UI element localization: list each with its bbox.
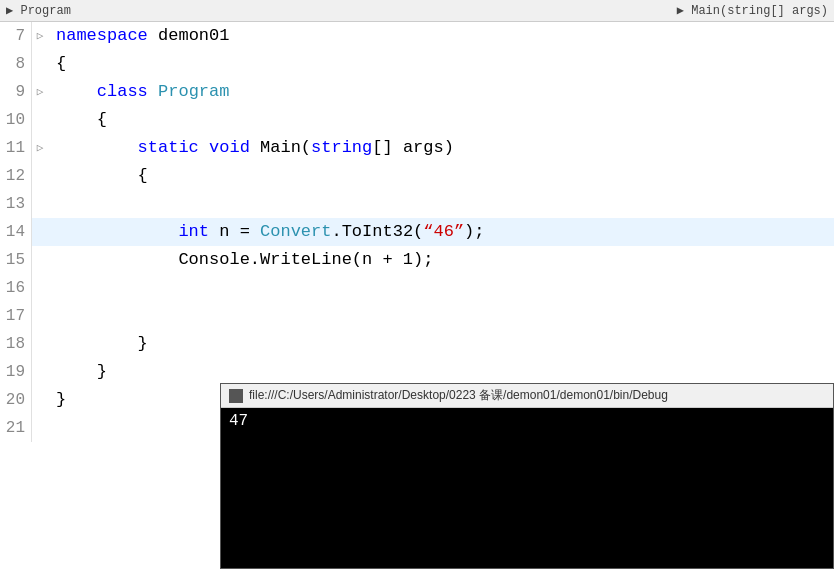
token: { bbox=[56, 110, 107, 129]
code-line: 18 } bbox=[0, 330, 834, 358]
line-number: 17 bbox=[0, 302, 32, 330]
line-number: 20 bbox=[0, 386, 32, 414]
collapse-icon bbox=[32, 414, 48, 442]
line-number: 21 bbox=[0, 414, 32, 442]
code-content: Console.WriteLine(n + 1); bbox=[48, 246, 834, 274]
line-number: 15 bbox=[0, 246, 32, 274]
line-number: 18 bbox=[0, 330, 32, 358]
collapse-icon bbox=[32, 162, 48, 190]
token: namespace bbox=[56, 26, 148, 45]
breadcrumb-left: ▶ Program bbox=[6, 3, 71, 18]
code-content: static void Main(string[] args) bbox=[48, 134, 834, 162]
terminal-body: 47 bbox=[221, 408, 833, 568]
token: static bbox=[56, 138, 209, 157]
collapse-icon bbox=[32, 302, 48, 330]
code-line: 10 { bbox=[0, 106, 834, 134]
code-content: int n = Convert.ToInt32(“46”); bbox=[48, 218, 834, 246]
code-content: } bbox=[48, 358, 834, 386]
code-content: { bbox=[48, 50, 834, 78]
terminal-icon bbox=[229, 389, 243, 403]
code-line: 11▷ static void Main(string[] args) bbox=[0, 134, 834, 162]
token: [] args) bbox=[372, 138, 454, 157]
code-line: 7▷namespace demon01 bbox=[0, 22, 834, 50]
line-number: 10 bbox=[0, 106, 32, 134]
code-line: 16 bbox=[0, 274, 834, 302]
token: Program bbox=[158, 82, 229, 101]
line-number: 8 bbox=[0, 50, 32, 78]
token bbox=[56, 222, 178, 241]
collapse-icon bbox=[32, 218, 48, 246]
line-number: 14 bbox=[0, 218, 32, 246]
token: Main( bbox=[250, 138, 311, 157]
token: .ToInt32( bbox=[331, 222, 423, 241]
token: Convert bbox=[260, 222, 331, 241]
collapse-icon bbox=[32, 106, 48, 134]
token: n = bbox=[209, 222, 260, 241]
line-number: 9 bbox=[0, 78, 32, 106]
line-number: 11 bbox=[0, 134, 32, 162]
collapse-icon bbox=[32, 386, 48, 414]
code-content: { bbox=[48, 162, 834, 190]
code-content: namespace demon01 bbox=[48, 22, 834, 50]
token: “46” bbox=[423, 222, 464, 241]
token: class bbox=[56, 82, 158, 101]
token: Console.WriteLine(n + 1); bbox=[56, 250, 433, 269]
code-line: 17 bbox=[0, 302, 834, 330]
code-line: 12 { bbox=[0, 162, 834, 190]
collapse-icon bbox=[32, 330, 48, 358]
terminal-output: 47 bbox=[229, 412, 248, 430]
code-line: 14 int n = Convert.ToInt32(“46”); bbox=[0, 218, 834, 246]
editor-container: ▶ Program ▶ Main(string[] args) 7▷namesp… bbox=[0, 0, 834, 569]
line-number: 12 bbox=[0, 162, 32, 190]
code-line: 9▷ class Program bbox=[0, 78, 834, 106]
collapse-icon bbox=[32, 358, 48, 386]
terminal-title: file:///C:/Users/Administrator/Desktop/0… bbox=[249, 387, 668, 404]
collapse-icon[interactable]: ▷ bbox=[32, 134, 48, 162]
line-number: 19 bbox=[0, 358, 32, 386]
line-number: 16 bbox=[0, 274, 32, 302]
token: int bbox=[178, 222, 209, 241]
code-content bbox=[48, 190, 834, 218]
line-number: 7 bbox=[0, 22, 32, 50]
terminal-overlay: file:///C:/Users/Administrator/Desktop/0… bbox=[220, 383, 834, 569]
collapse-icon bbox=[32, 190, 48, 218]
terminal-titlebar: file:///C:/Users/Administrator/Desktop/0… bbox=[221, 384, 833, 408]
code-area: 7▷namespace demon018{9▷ class Program10 … bbox=[0, 22, 834, 442]
code-line: 13 bbox=[0, 190, 834, 218]
code-content: class Program bbox=[48, 78, 834, 106]
token: void bbox=[209, 138, 250, 157]
token: } bbox=[56, 334, 148, 353]
code-content bbox=[48, 274, 834, 302]
collapse-icon bbox=[32, 246, 48, 274]
token: { bbox=[56, 166, 148, 185]
collapse-icon bbox=[32, 274, 48, 302]
token: } bbox=[56, 362, 107, 381]
code-line: 8{ bbox=[0, 50, 834, 78]
token: demon01 bbox=[148, 26, 230, 45]
collapse-icon[interactable]: ▷ bbox=[32, 22, 48, 50]
code-content: } bbox=[48, 330, 834, 358]
token: string bbox=[311, 138, 372, 157]
collapse-icon[interactable]: ▷ bbox=[32, 78, 48, 106]
code-content: { bbox=[48, 106, 834, 134]
breadcrumb-right: ▶ Main(string[] args) bbox=[677, 3, 828, 18]
line-number: 13 bbox=[0, 190, 32, 218]
token: ); bbox=[464, 222, 484, 241]
code-line: 15 Console.WriteLine(n + 1); bbox=[0, 246, 834, 274]
code-line: 19 } bbox=[0, 358, 834, 386]
token: } bbox=[56, 390, 66, 409]
breadcrumb-bar: ▶ Program ▶ Main(string[] args) bbox=[0, 0, 834, 22]
collapse-icon bbox=[32, 50, 48, 78]
token: { bbox=[56, 54, 66, 73]
code-content bbox=[48, 302, 834, 330]
